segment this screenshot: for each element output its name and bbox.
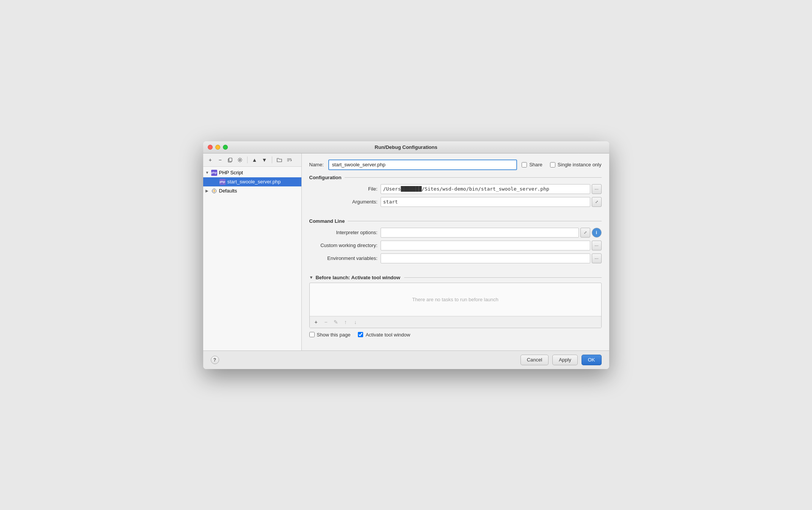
svg-point-4 [213,190,215,192]
header-checkboxes: Share Single instance only [522,162,601,167]
dialog: Run/Debug Configurations + − [203,141,609,369]
configuration-section-header: Configuration [309,175,602,180]
activate-tool-window-checkbox[interactable] [358,332,363,337]
before-launch-toolbar: + − ✎ ↑ ↓ [310,316,601,328]
file-label: File: [309,186,378,192]
svg-rect-1 [229,158,232,161]
configure-button[interactable] [236,156,244,164]
swoole-icon: php [219,178,226,185]
before-launch-edit-button[interactable]: ✎ [332,318,340,326]
tree-area: ▼ php PHP Script php start_swoole_server… [203,167,301,350]
left-panel: + − ▲ ▼ [203,153,302,350]
move-down-button[interactable]: ▼ [260,156,269,164]
tree-arrow-defaults: ▶ [205,189,211,193]
command-line-section-header: Command Line [309,218,602,224]
custom-working-dir-input[interactable] [381,241,590,250]
bottom-options: Show this page Activate tool window [309,328,602,339]
title-bar-buttons [208,145,228,150]
arguments-input[interactable] [381,197,590,207]
minimize-button[interactable] [215,145,220,150]
tree-label-php-script: PHP Script [219,170,243,175]
env-vars-input-row: ··· [381,253,602,263]
tree-arrow-php-script: ▼ [205,171,211,175]
php-script-icon: php [211,169,218,176]
before-launch-container: There are no tasks to run before launch … [309,283,602,328]
right-panel: Name: Share Single instance only Configu… [302,153,609,350]
toolbar-divider-2 [272,156,272,163]
help-button[interactable]: ? [211,356,219,364]
file-input[interactable] [381,184,590,194]
footer: ? Cancel Apply OK [203,350,609,369]
arguments-input-row: ⤢ [381,197,602,207]
sort-button[interactable] [285,156,293,164]
custom-working-dir-label: Custom working directory: [309,242,378,248]
file-browse-button[interactable]: ··· [592,184,602,194]
arguments-expand-button[interactable]: ⤢ [592,197,602,207]
file-input-row: ··· [381,184,602,194]
tree-arrow-swoole [214,180,219,184]
before-launch-move-down-button[interactable]: ↓ [351,318,360,326]
remove-configuration-button[interactable]: − [216,156,224,164]
add-configuration-button[interactable]: + [206,156,215,164]
single-instance-checkbox[interactable] [550,162,555,167]
single-instance-label: Single instance only [558,162,602,167]
before-launch-empty-message: There are no tasks to run before launch [310,283,601,316]
tree-item-swoole[interactable]: php start_swoole_server.php [203,177,301,186]
activate-tool-window-checkbox-row: Activate tool window [358,332,410,338]
before-launch-header: ▼ Before launch: Activate tool window [309,275,602,280]
name-label: Name: [309,162,324,167]
footer-buttons: Cancel Apply OK [520,355,602,365]
command-line-section: Command Line Interpreter options: ⤢ i Cu… [309,218,602,269]
maximize-button[interactable] [223,145,228,150]
single-instance-checkbox-row: Single instance only [550,162,602,167]
dialog-body: + − ▲ ▼ [203,153,609,350]
custom-working-dir-input-row: ··· [381,241,602,250]
tree-label-defaults: Defaults [219,188,237,194]
before-launch-move-up-button[interactable]: ↑ [342,318,350,326]
defaults-icon [211,188,218,194]
interpreter-expand-button[interactable]: ⤢ [580,228,590,238]
before-launch-collapse-button[interactable]: ▼ [309,275,314,280]
share-checkbox[interactable] [522,162,527,167]
share-label: Share [529,162,542,167]
svg-point-2 [239,159,241,161]
before-launch-section: ▼ Before launch: Activate tool window Th… [309,275,602,339]
arguments-label: Arguments: [309,199,378,205]
move-up-button[interactable]: ▲ [251,156,259,164]
copy-configuration-button[interactable] [226,156,234,164]
toolbar-divider [247,156,248,163]
tree-item-defaults[interactable]: ▶ Defaults [203,186,301,196]
show-page-label: Show this page [317,332,351,338]
activate-tool-window-label: Activate tool window [365,332,410,338]
configuration-section: Configuration File: ··· Arguments: ⤢ [309,175,602,213]
name-input[interactable] [328,160,517,170]
folder-button[interactable] [275,156,284,164]
tree-item-php-script[interactable]: ▼ php PHP Script [203,168,301,177]
interpreter-info-button[interactable]: i [592,228,602,238]
dialog-title: Run/Debug Configurations [375,144,437,150]
interpreter-options-label: Interpreter options: [309,230,378,235]
ok-button[interactable]: OK [582,355,602,365]
show-page-checkbox-row: Show this page [309,332,351,338]
name-row: Name: Share Single instance only [309,160,602,170]
show-page-checkbox[interactable] [309,332,315,337]
env-vars-label: Environment variables: [309,255,378,261]
before-launch-label: Before launch: Activate tool window [315,275,400,280]
before-launch-add-button[interactable]: + [312,318,320,326]
cancel-button[interactable]: Cancel [520,355,549,365]
close-button[interactable] [208,145,213,150]
apply-button[interactable]: Apply [552,355,578,365]
share-checkbox-row: Share [522,162,542,167]
env-vars-browse-button[interactable]: ··· [592,253,602,263]
env-vars-input[interactable] [381,253,590,263]
interpreter-options-input-row: ⤢ i [381,228,602,238]
tree-label-swoole: start_swoole_server.php [227,179,281,185]
configuration-form: File: ··· Arguments: ⤢ [309,184,602,207]
title-bar: Run/Debug Configurations [203,141,609,153]
interpreter-options-input[interactable] [381,228,579,238]
before-launch-remove-button[interactable]: − [322,318,330,326]
custom-working-dir-browse-button[interactable]: ··· [592,241,602,250]
left-toolbar: + − ▲ ▼ [203,153,301,167]
command-line-form: Interpreter options: ⤢ i Custom working … [309,228,602,263]
